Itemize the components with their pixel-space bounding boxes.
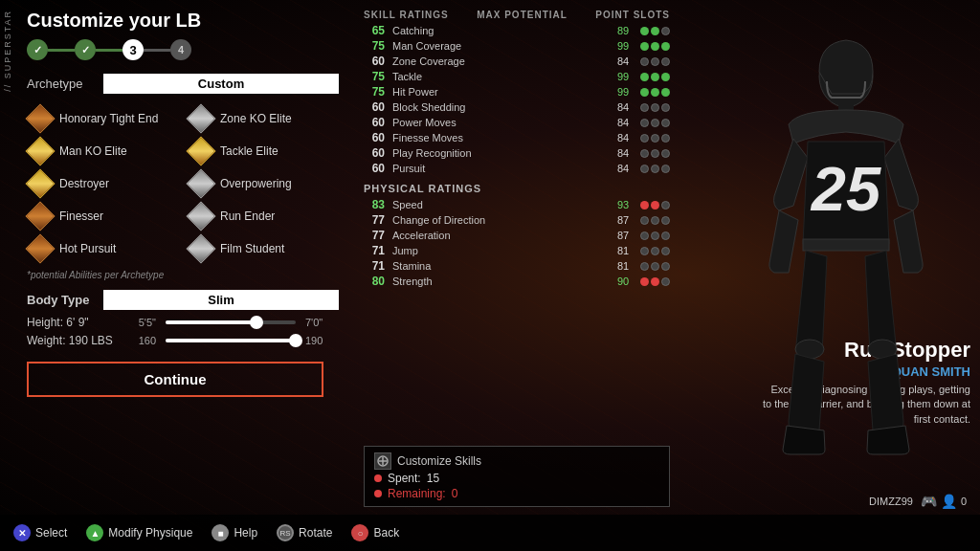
- modify-physique-btn[interactable]: ▲ Modify Physique: [86, 524, 192, 541]
- skill-finesse-moves: 60 Finesse Moves 84: [364, 131, 670, 144]
- skill-max-catching: 89: [610, 25, 636, 36]
- rotate-btn[interactable]: RS Rotate: [277, 524, 332, 541]
- dot-3: [661, 27, 670, 35]
- skill-max-tackle: 99: [610, 71, 636, 82]
- skill-strength: 80 Strength 90: [364, 275, 670, 288]
- height-row: Height: 6' 9" 5'5" 7'0": [27, 316, 339, 329]
- arch-name: Finesser: [59, 209, 103, 223]
- continue-button[interactable]: Continue: [27, 362, 323, 397]
- skill-val-catching: 65: [364, 24, 385, 37]
- dot-3: [661, 231, 670, 240]
- height-slider-thumb[interactable]: [250, 316, 263, 329]
- dot-1: [640, 42, 649, 51]
- skill-val-block-shedding: 60: [364, 100, 385, 114]
- skill-name-finesse-moves: Finesse Moves: [389, 132, 606, 143]
- skill-name-zone-coverage: Zone Coverage: [389, 55, 606, 67]
- skill-block-shedding: 60 Block Shedding 84: [364, 100, 670, 114]
- arch-item-tackle-elite[interactable]: Tackle Elite: [188, 138, 339, 165]
- dot-2: [651, 231, 659, 240]
- dot-3: [661, 57, 670, 66]
- dots-zone-coverage: [640, 57, 670, 66]
- skill-val-jump: 71: [364, 244, 385, 257]
- skill-max-speed: 93: [610, 199, 636, 210]
- dot-3: [661, 134, 670, 143]
- dots-play-recognition: [640, 149, 670, 158]
- dot-1: [640, 27, 649, 35]
- step-4: 4: [170, 39, 191, 60]
- skill-stamina: 71 Stamina 81: [364, 259, 670, 273]
- arch-item-zone-ko-elite[interactable]: Zone KO Elite: [188, 105, 339, 132]
- skill-max-power-moves: 84: [610, 117, 636, 128]
- dot-2: [651, 88, 659, 97]
- dot-3: [661, 88, 670, 97]
- dot-3: [661, 149, 670, 158]
- skill-val-power-moves: 60: [364, 116, 385, 129]
- rotate-label: Rotate: [299, 526, 332, 540]
- skill-max-pursuit: 84: [610, 163, 636, 174]
- body-type-value[interactable]: Slim: [103, 290, 339, 310]
- dimz-icons: 🎮 👤 0: [921, 494, 967, 509]
- dot-3: [661, 216, 670, 225]
- skill-val-pursuit: 60: [364, 162, 385, 175]
- arch-item-destroyer[interactable]: Destroyer: [27, 170, 178, 197]
- skill-power-moves: 60 Power Moves 84: [364, 116, 670, 129]
- height-slider-track[interactable]: [166, 320, 296, 324]
- square-button-icon: ■: [212, 524, 229, 541]
- dimz-username: DIMZZ99: [869, 496, 913, 507]
- archetype-value[interactable]: Custom: [103, 74, 339, 94]
- skill-speed: 83 Speed 93: [364, 198, 670, 211]
- height-label: Height: 6' 9": [27, 316, 122, 329]
- dots-tackle: [640, 73, 670, 81]
- skill-val-hit-power: 75: [364, 85, 385, 99]
- right-panel: 25 Run Stopper ROQUAN SMITH Excels at di…: [693, 0, 980, 551]
- skill-name-speed: Speed: [389, 199, 606, 210]
- customize-skills-icon: [374, 452, 391, 470]
- dot-3: [661, 165, 670, 173]
- skill-max-change-direction: 87: [610, 214, 636, 226]
- dot-1: [640, 247, 649, 255]
- page-title: Customize your LB: [27, 10, 339, 32]
- skill-val-stamina: 71: [364, 259, 385, 273]
- x-button-icon: ✕: [13, 524, 31, 541]
- max-potential-header: MAX POTENTIAL: [477, 10, 568, 20]
- customize-skills-row: Customize Skills: [374, 452, 659, 470]
- arch-item-finesser[interactable]: Finesser: [27, 203, 178, 230]
- arch-item-man-ko-elite[interactable]: Man KO Elite: [27, 138, 178, 165]
- dots-finesse-moves: [640, 134, 670, 143]
- arch-item-film-student[interactable]: Film Student: [188, 235, 339, 262]
- weight-row: Weight: 190 LBS 160 190: [27, 334, 339, 347]
- customize-skills-label[interactable]: Customize Skills: [397, 454, 481, 468]
- dot-2: [651, 27, 659, 35]
- arch-name: Tackle Elite: [220, 144, 278, 158]
- step-line-1: [48, 49, 75, 52]
- arch-item-overpowering[interactable]: Overpowering: [188, 170, 339, 197]
- body-type-label: Body Type: [27, 293, 103, 307]
- skill-man-coverage: 75 Man Coverage 99: [364, 39, 670, 53]
- weight-slider-thumb[interactable]: [289, 334, 302, 347]
- physical-ratings-header: PHYSICAL RATINGS: [364, 183, 670, 194]
- dot-1: [640, 216, 649, 225]
- help-label: Help: [234, 526, 257, 540]
- middle-panel: SKILL RATINGS MAX POTENTIAL POINT SLOTS …: [364, 10, 670, 290]
- help-btn[interactable]: ■ Help: [212, 524, 257, 541]
- select-btn[interactable]: ✕ Select: [13, 524, 67, 541]
- dots-hit-power: [640, 88, 670, 97]
- dot-2: [651, 42, 659, 51]
- weight-min: 160: [122, 335, 156, 346]
- weight-slider-track[interactable]: [166, 339, 296, 342]
- height-slider-fill: [166, 320, 256, 324]
- skill-val-tackle: 75: [364, 70, 385, 83]
- skill-name-jump: Jump: [389, 245, 606, 256]
- skill-max-stamina: 81: [610, 260, 636, 272]
- arch-name: Run Ender: [220, 209, 275, 223]
- arch-item-honorary-tight-end[interactable]: Honorary Tight End: [27, 105, 178, 132]
- dot-2: [651, 201, 659, 209]
- back-btn[interactable]: ○ Back: [351, 524, 399, 541]
- skill-name-hit-power: Hit Power: [389, 86, 606, 98]
- point-slots-header: POINT SLOTS: [595, 10, 670, 20]
- arch-item-run-ender[interactable]: Run Ender: [188, 203, 339, 230]
- dot-2: [651, 165, 659, 173]
- circle-button-icon: ○: [351, 524, 368, 541]
- arch-item-hot-pursuit[interactable]: Hot Pursuit: [27, 235, 178, 262]
- dot-3: [661, 262, 670, 271]
